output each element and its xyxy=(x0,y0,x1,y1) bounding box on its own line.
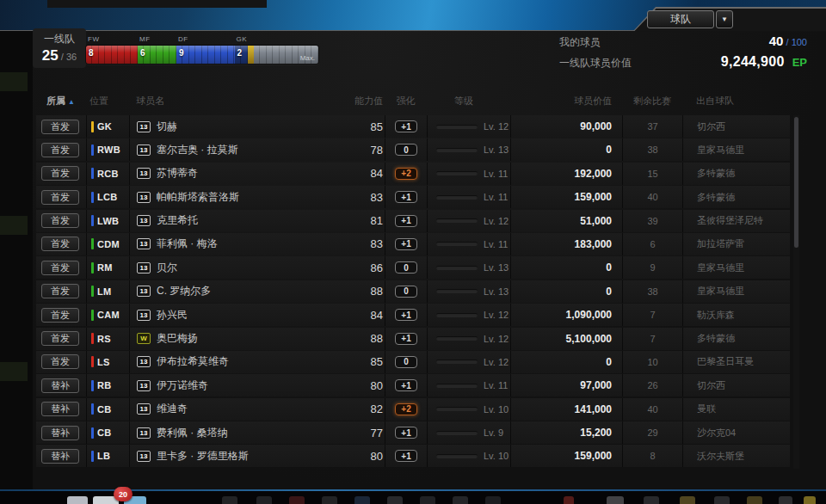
scrollbar-thumb[interactable] xyxy=(794,117,798,248)
role-button[interactable]: 首发 xyxy=(41,308,79,323)
table-row[interactable]: 首发 LCB 13 帕帕斯塔索普洛斯 83 +1 Lv. 11 159,000 … xyxy=(36,186,790,208)
taskbar-icon[interactable] xyxy=(354,496,370,504)
name-cell: 13 费利佩 · 桑塔纳 xyxy=(129,421,348,444)
role-button[interactable]: 替补 xyxy=(41,426,79,440)
taskbar-icon[interactable] xyxy=(804,496,816,504)
table-row[interactable]: 替补 CB 13 维迪奇 82 +2 Lv. 10 141,000 40 曼联 xyxy=(36,398,790,421)
origin-club-cell: 曼联 xyxy=(682,398,790,421)
taskbar-icon[interactable] xyxy=(644,496,659,504)
level-progress-track xyxy=(436,336,478,341)
role-button[interactable]: 替补 xyxy=(41,402,79,416)
player-name: 维迪奇 xyxy=(157,402,188,416)
table-row[interactable]: 首发 CDM 13 菲利佩 · 梅洛 83 +1 Lv. 11 183,000 … xyxy=(36,233,790,255)
taskbar-icon[interactable] xyxy=(485,496,501,504)
role-button[interactable]: 替补 xyxy=(41,449,79,464)
enhance-badge: +2 xyxy=(395,403,417,415)
remaining-matches-cell: 40 xyxy=(622,186,682,208)
table-row[interactable]: 首发 LWB 13 克里希托 81 +1 Lv. 12 51,000 39 圣彼… xyxy=(36,210,790,232)
role-button[interactable]: 首发 xyxy=(41,261,79,275)
level-progress-track xyxy=(436,242,478,246)
position-cell: RWB xyxy=(86,138,129,161)
value-cell: 141,000 xyxy=(510,398,622,421)
taskbar-icon[interactable] xyxy=(322,496,337,504)
scrollbar-track[interactable] xyxy=(793,115,799,469)
taskbar-icon[interactable] xyxy=(222,496,237,504)
team-dropdown[interactable]: 球队 xyxy=(647,10,714,28)
position-cell: LM xyxy=(86,280,129,303)
table-row[interactable]: 首发 LS 13 伊布拉希莫维奇 85 0 Lv. 12 0 10 巴黎圣日耳曼 xyxy=(36,351,790,373)
team-dropdown-arrow-button[interactable]: ▼ xyxy=(716,10,733,28)
role-button[interactable]: 首发 xyxy=(41,190,79,205)
rating-cell: 80 xyxy=(348,445,385,467)
column-header-position[interactable]: 位置 xyxy=(86,95,129,108)
value-cell: 0 xyxy=(510,280,622,303)
table-row[interactable]: 首发 RWB 13 塞尔吉奥 · 拉莫斯 78 0 Lv. 13 0 38 皇家… xyxy=(36,138,790,161)
enhance-badge: +1 xyxy=(395,215,417,227)
enhance-badge: 0 xyxy=(395,286,417,298)
origin-club-cell: 皇家马德里 xyxy=(682,256,790,279)
role-button[interactable]: 替补 xyxy=(41,378,79,393)
enhance-badge: +1 xyxy=(395,450,417,462)
column-header-club[interactable]: 出自球队 xyxy=(682,95,790,108)
position-cell: GK xyxy=(86,115,129,138)
taskbar-icon[interactable] xyxy=(256,496,272,504)
position-cell: CB xyxy=(86,398,129,421)
level-cell: Lv. 11 xyxy=(427,163,510,185)
value-cell: 0 xyxy=(510,351,622,373)
level-label: Lv. 11 xyxy=(484,239,508,249)
taskbar-icon[interactable] xyxy=(680,496,695,504)
taskbar-icon[interactable] xyxy=(387,496,403,504)
column-header-value[interactable]: 球员价值 xyxy=(510,95,622,108)
column-header-name[interactable]: 球员名 xyxy=(129,95,348,108)
role-button[interactable]: 首发 xyxy=(41,143,79,157)
position-bar-segment: 2 xyxy=(235,46,248,64)
level-cell: Lv. 10 xyxy=(427,445,510,467)
taskbar-icon[interactable] xyxy=(607,496,624,504)
level-label: Lv. 9 xyxy=(484,427,503,438)
role-button[interactable]: 首发 xyxy=(41,354,79,369)
enhance-cell: 0 xyxy=(385,351,427,373)
notification-badge: 20 xyxy=(114,487,133,501)
role-button[interactable]: 首发 xyxy=(41,120,79,134)
table-row[interactable]: 替补 CB 13 费利佩 · 桑塔纳 77 +1 Lv. 9 15,200 29… xyxy=(36,421,790,444)
enhance-cell: +1 xyxy=(385,374,427,396)
role-button[interactable]: 首发 xyxy=(41,213,79,228)
column-header-rating[interactable]: 能力值 xyxy=(348,95,385,108)
role-button[interactable]: 首发 xyxy=(41,331,79,346)
player-name: 切赫 xyxy=(157,120,177,134)
level-label: Lv. 13 xyxy=(484,262,509,273)
taskbar-icon[interactable] xyxy=(779,496,792,504)
season-badge: 13 xyxy=(137,144,151,156)
position-color-bar xyxy=(91,121,94,132)
table-row[interactable]: 替补 RB 13 伊万诺维奇 80 +1 Lv. 11 97,000 26 切尔… xyxy=(36,374,790,396)
table-row[interactable]: 首发 GK 13 切赫 85 +1 Lv. 12 90,000 37 切尔西 xyxy=(36,115,790,138)
column-header-level[interactable]: 等级 xyxy=(427,95,510,108)
table-row[interactable]: 首发 RM 13 贝尔 86 0 Lv. 13 0 9 皇家马德里 xyxy=(36,256,790,279)
taskbar-icon[interactable] xyxy=(67,496,88,504)
level-progress-track xyxy=(436,148,478,152)
table-row[interactable]: 首发 LM 13 C. 罗纳尔多 88 0 Lv. 13 0 38 皇家马德里 xyxy=(36,280,790,303)
rating-cell: 80 xyxy=(348,374,385,396)
role-button[interactable]: 首发 xyxy=(41,237,79,251)
taskbar-icon[interactable] xyxy=(714,496,730,504)
column-header-remaining[interactable]: 剩余比赛 xyxy=(622,95,682,108)
role-button[interactable]: 首发 xyxy=(41,284,79,298)
season-badge: 13 xyxy=(137,238,151,249)
level-cell: Lv. 10 xyxy=(427,398,510,421)
table-row[interactable]: 首发 RCB 13 苏博蒂奇 84 +2 Lv. 11 192,000 15 多… xyxy=(36,163,790,185)
column-header-enhance[interactable]: 强化 xyxy=(385,95,427,108)
remaining-matches-cell: 10 xyxy=(622,351,682,373)
taskbar-icon[interactable] xyxy=(564,496,574,504)
taskbar-icon[interactable] xyxy=(453,496,468,504)
background-texture xyxy=(0,72,28,91)
taskbar-icon[interactable] xyxy=(289,496,305,504)
enhance-cell: +1 xyxy=(385,210,427,232)
role-button[interactable]: 首发 xyxy=(41,166,79,181)
taskbar-icon[interactable] xyxy=(747,496,762,504)
remaining-matches-cell: 7 xyxy=(622,328,682,350)
table-row[interactable]: 首发 RS W 奥巴梅扬 88 +1 Lv. 12 5,100,000 7 多特… xyxy=(36,328,790,350)
table-row[interactable]: 首发 CAM 13 孙兴民 84 +1 Lv. 12 1,090,000 7 勒… xyxy=(36,304,790,326)
taskbar-icon[interactable] xyxy=(420,496,435,504)
table-row[interactable]: 替补 LB 13 里卡多 · 罗德里格斯 80 +1 Lv. 10 159,00… xyxy=(36,445,790,467)
column-header-role[interactable]: 所属▲ xyxy=(36,95,86,108)
